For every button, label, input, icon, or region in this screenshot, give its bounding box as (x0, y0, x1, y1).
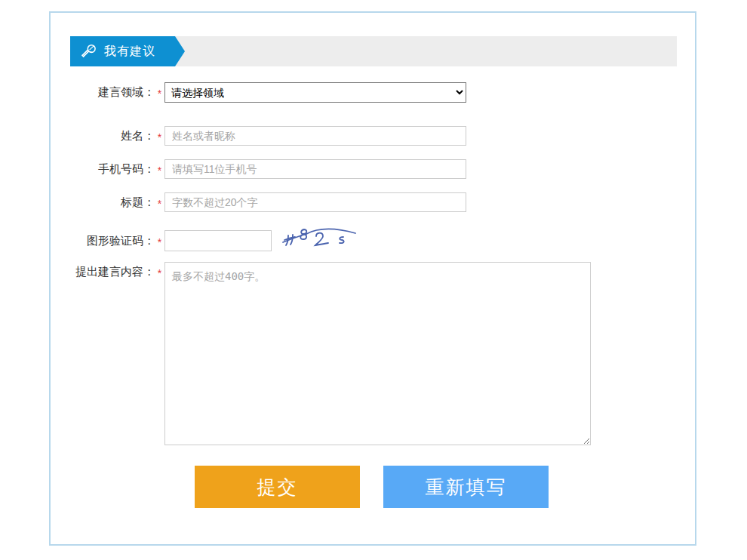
section-banner: 我有建议 (70, 36, 175, 66)
banner-arrow-decoration (175, 36, 185, 66)
microphone-icon (80, 43, 97, 60)
required-asterisk: * (155, 85, 164, 100)
name-label: 姓名： (70, 129, 155, 143)
required-asterisk: * (155, 262, 164, 279)
title-input[interactable] (164, 192, 466, 212)
form-row-domain: 建言领域： * 请选择领域 (70, 82, 466, 103)
reset-button[interactable]: 重新填写 (383, 466, 549, 508)
section-banner-label: 我有建议 (104, 44, 155, 60)
content-label: 提出建言内容： (70, 262, 155, 279)
captcha-label: 图形验证码： (70, 234, 155, 248)
form-row-phone: 手机号码： * (70, 159, 466, 179)
required-asterisk: * (155, 129, 164, 143)
form-row-name: 姓名： * (70, 126, 466, 146)
phone-label: 手机号码： (70, 162, 155, 177)
button-row: 提交 重新填写 (195, 466, 549, 508)
required-asterisk: * (155, 234, 164, 248)
submit-button[interactable]: 提交 (195, 466, 360, 508)
title-label: 标题： (70, 195, 155, 210)
form-row-content: 提出建言内容： * (70, 262, 591, 445)
domain-label: 建言领域： (70, 85, 155, 100)
phone-input[interactable] (164, 159, 466, 179)
content-textarea[interactable] (164, 262, 591, 445)
required-asterisk: * (155, 195, 164, 210)
required-asterisk: * (155, 162, 164, 177)
suggestion-form-panel: 我有建议 建言领域： * 请选择领域 姓名： * 手机号码： * 标题： * 图… (49, 11, 696, 546)
captcha-input[interactable] (164, 230, 272, 251)
name-input[interactable] (164, 126, 466, 146)
domain-select[interactable]: 请选择领域 (164, 82, 466, 103)
form-row-captcha: 图形验证码： * (70, 229, 358, 253)
section-header-bar: 我有建议 (70, 36, 677, 66)
captcha-image[interactable] (281, 224, 358, 253)
form-row-title: 标题： * (70, 192, 466, 212)
